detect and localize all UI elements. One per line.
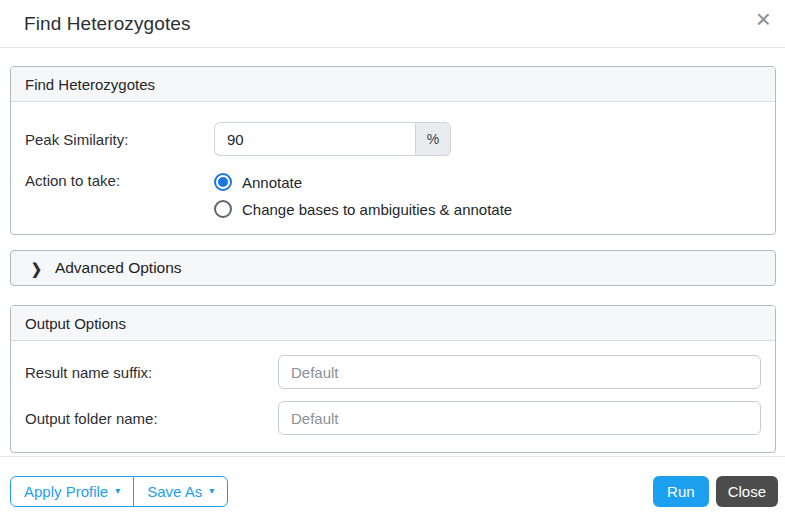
action-to-take-label: Action to take: (25, 172, 214, 189)
apply-profile-button[interactable]: Apply Profile ▾ (10, 476, 134, 507)
output-folder-name-label: Output folder name: (25, 410, 278, 427)
apply-profile-label: Apply Profile (24, 483, 108, 500)
output-options-panel: Output Options Result name suffix: Outpu… (10, 305, 776, 453)
peak-similarity-input-group: % (214, 122, 451, 156)
result-name-suffix-row: Result name suffix: (25, 355, 761, 389)
save-as-button[interactable]: Save As ▾ (133, 476, 228, 507)
footer-action-buttons: Run Close (653, 476, 778, 507)
dialog-footer: Apply Profile ▾ Save As ▾ Run Close (0, 456, 785, 520)
output-folder-name-row: Output folder name: (25, 401, 761, 435)
radio-option-annotate[interactable]: Annotate (214, 173, 512, 191)
dialog-body: Find Heterozygotes Peak Similarity: % Ac… (0, 48, 785, 456)
advanced-options-toggle[interactable]: ❯ Advanced Options (10, 250, 776, 286)
run-button[interactable]: Run (653, 476, 709, 507)
close-button[interactable]: Close (716, 476, 778, 507)
output-folder-name-input[interactable] (278, 401, 761, 435)
result-name-suffix-input[interactable] (278, 355, 761, 389)
radio-unselected-icon (214, 200, 232, 218)
caret-down-icon: ▾ (115, 485, 120, 496)
radio-option-change-bases[interactable]: Change bases to ambiguities & annotate (214, 200, 512, 218)
output-options-panel-header: Output Options (11, 306, 775, 341)
result-name-suffix-label: Result name suffix: (25, 364, 278, 381)
radio-option-label: Annotate (242, 174, 302, 191)
page-title: Find Heterozygotes (24, 13, 191, 35)
peak-similarity-label: Peak Similarity: (25, 131, 214, 148)
advanced-options-label: Advanced Options (55, 259, 182, 277)
peak-similarity-row: Peak Similarity: % (25, 122, 761, 156)
peak-similarity-input[interactable] (214, 122, 415, 156)
save-as-label: Save As (147, 483, 202, 500)
profile-button-group: Apply Profile ▾ Save As ▾ (10, 476, 228, 507)
caret-down-icon: ▾ (209, 485, 214, 496)
percent-addon: % (415, 122, 451, 156)
find-heterozygotes-dialog: Find Heterozygotes × Find Heterozygotes … (0, 0, 785, 520)
chevron-right-icon: ❯ (31, 259, 42, 276)
radio-selected-icon (214, 173, 232, 191)
dialog-header: Find Heterozygotes × (0, 0, 785, 48)
output-options-panel-body: Result name suffix: Output folder name: (11, 341, 775, 452)
action-to-take-row: Action to take: Annotate Change bases to… (25, 172, 761, 218)
parameters-panel-header: Find Heterozygotes (11, 67, 775, 102)
parameters-panel: Find Heterozygotes Peak Similarity: % Ac… (10, 66, 776, 235)
action-radio-group: Annotate Change bases to ambiguities & a… (214, 172, 512, 218)
radio-option-label: Change bases to ambiguities & annotate (242, 201, 512, 218)
close-icon[interactable]: × (756, 6, 771, 32)
parameters-panel-body: Peak Similarity: % Action to take: Annot… (11, 102, 775, 234)
